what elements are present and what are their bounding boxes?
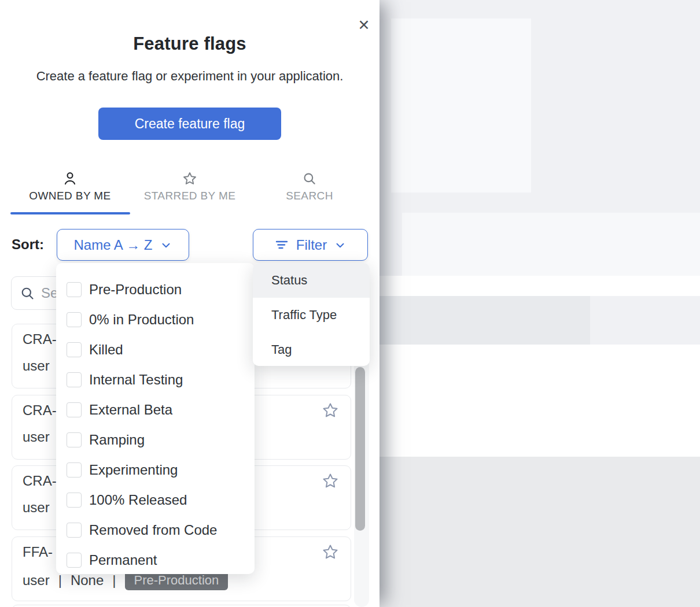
flag-id: CRA-	[23, 473, 57, 489]
flag-meta: user	[23, 429, 50, 445]
star-icon[interactable]	[322, 472, 339, 490]
filter-lines-icon	[274, 238, 289, 252]
menu-item-removed-from-code[interactable]: Removed from Code	[56, 515, 255, 545]
flag-id: CRA-	[23, 402, 57, 419]
star-icon[interactable]	[322, 543, 339, 561]
menu-item-traffic-type[interactable]: Traffic Type	[253, 298, 370, 332]
menu-item-label: Pre-Production	[89, 282, 182, 298]
background-strip	[380, 276, 700, 296]
person-icon	[62, 171, 78, 186]
menu-item-label: Ramping	[89, 432, 145, 448]
chevron-down-icon	[160, 239, 172, 251]
flag-card[interactable]	[12, 605, 351, 607]
sort-value: Name A → Z	[73, 237, 152, 253]
menu-item-label: Killed	[89, 342, 123, 358]
background-white-area	[380, 345, 700, 457]
menu-item-internal-testing[interactable]: Internal Testing	[56, 365, 255, 395]
tab-starred-by-me[interactable]: STARRED BY ME	[129, 171, 250, 202]
star-icon	[182, 171, 197, 186]
chevron-down-icon	[334, 239, 347, 251]
checkbox[interactable]	[67, 402, 82, 417]
flag-id: CRA-	[23, 331, 57, 347]
menu-item-0-in-production[interactable]: 0% in Production	[56, 305, 255, 335]
feature-flags-panel: ✕ Feature flags Create a feature flag or…	[0, 0, 380, 607]
create-feature-flag-button[interactable]: Create feature flag	[98, 108, 281, 140]
checkbox[interactable]	[67, 312, 82, 327]
menu-item-tag[interactable]: Tag	[253, 332, 370, 366]
filter-dropdown[interactable]: Filter	[253, 229, 368, 261]
tab-label: STARRED BY ME	[129, 190, 250, 202]
screen: ✕ Feature flags Create a feature flag or…	[0, 0, 700, 607]
menu-item-label: Permanent	[89, 552, 157, 568]
background-band	[402, 213, 700, 276]
menu-item-label: Experimenting	[89, 462, 178, 478]
status-filter-menu: Pre-Production 0% in Production Killed I…	[56, 263, 255, 574]
search-icon	[20, 286, 35, 301]
page-title: Feature flags	[0, 34, 380, 54]
background-gray-block	[380, 296, 590, 345]
menu-item-experimenting[interactable]: Experimenting	[56, 455, 255, 485]
menu-item-label: Removed from Code	[89, 522, 217, 538]
checkbox[interactable]	[67, 432, 82, 447]
tab-label: OWNED BY ME	[9, 190, 131, 202]
flag-traffic-type: user	[23, 572, 50, 589]
sort-label: Sort:	[12, 236, 44, 253]
flag-meta: user	[23, 358, 50, 374]
background-bottom-block	[380, 457, 700, 607]
menu-item-killed[interactable]: Killed	[56, 335, 255, 365]
checkbox[interactable]	[67, 553, 82, 568]
menu-item-label: External Beta	[89, 402, 172, 418]
flag-meta: user	[23, 499, 50, 516]
menu-item-label: 0% in Production	[89, 312, 194, 328]
menu-item-pre-production[interactable]: Pre-Production	[56, 275, 255, 305]
background-block	[391, 18, 531, 193]
menu-item-label: 100% Released	[89, 492, 187, 508]
scrollbar-thumb[interactable]	[355, 367, 365, 531]
menu-item-external-beta[interactable]: External Beta	[56, 395, 255, 425]
flag-id: FFA-	[23, 544, 53, 560]
search-icon	[302, 171, 317, 186]
tab-owned-by-me[interactable]: OWNED BY ME	[9, 171, 131, 202]
menu-item-100-released[interactable]: 100% Released	[56, 485, 255, 515]
checkbox[interactable]	[67, 523, 82, 538]
tab-label: SEARCH	[249, 190, 370, 202]
checkbox[interactable]	[67, 342, 82, 357]
close-icon[interactable]: ✕	[354, 15, 374, 35]
menu-item-ramping[interactable]: Ramping	[56, 425, 255, 455]
background-page	[380, 0, 700, 607]
sort-dropdown[interactable]: Name A → Z	[57, 229, 189, 261]
tab-search[interactable]: SEARCH	[249, 171, 370, 202]
active-tab-underline	[10, 212, 130, 214]
checkbox[interactable]	[67, 372, 82, 387]
star-icon[interactable]	[322, 402, 339, 419]
menu-item-status[interactable]: Status	[253, 263, 370, 298]
page-subtitle: Create a feature flag or experiment in y…	[0, 69, 380, 84]
filter-label: Filter	[296, 237, 327, 253]
menu-item-permanent[interactable]: Permanent	[56, 545, 255, 575]
checkbox[interactable]	[67, 282, 82, 297]
menu-item-label: Internal Testing	[89, 372, 183, 388]
filter-category-menu: Status Traffic Type Tag	[253, 263, 370, 366]
checkbox[interactable]	[67, 462, 82, 478]
checkbox[interactable]	[67, 493, 82, 508]
